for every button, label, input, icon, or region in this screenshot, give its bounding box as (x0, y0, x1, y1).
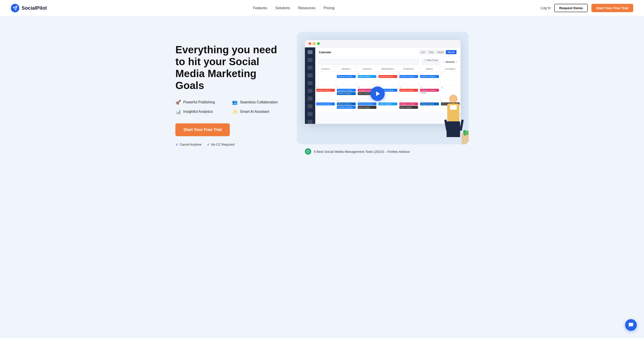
day-header-tue: Tuesday (357, 67, 377, 71)
calendar-search[interactable] (319, 59, 419, 65)
view-day[interactable]: Day (427, 50, 435, 54)
sidebar-icon-home (308, 50, 312, 54)
login-button[interactable]: Log In (540, 6, 550, 10)
browser-bar (305, 40, 460, 47)
feature-publishing: 🚀 Powerful Publishing (176, 100, 227, 105)
app-layout: Calendar List Day Week Month ▽ Filter Po… (305, 47, 460, 124)
dashboard-wrapper: Calendar List Day Week Month ▽ Filter Po… (297, 32, 468, 144)
trust-cancel-label: Cancel Anytime (180, 143, 202, 146)
cal-cell-20: 20linkedin.com/post... (419, 99, 440, 112)
collaboration-label: Seamless Collaboration (240, 100, 278, 104)
sidebar-icon-move (308, 81, 312, 85)
ai-label: Smart AI Assistant (240, 110, 269, 114)
analytics-label: Insightful Analytics (183, 110, 213, 114)
day-header-thu: Thursday (398, 67, 419, 71)
sidebar-icon-bar (308, 120, 312, 124)
sidebar-icon-chat (308, 66, 312, 70)
cal-cell-3: 3twitter.com/post... (357, 71, 377, 85)
navbar: SocialPilot Features Solutions Resources… (0, 0, 644, 16)
trust-nocc-label: No CC Required (211, 143, 234, 146)
ai-icon: ✨ (232, 109, 238, 114)
forbes-badge-icon (305, 148, 311, 155)
hero-features: 🚀 Powerful Publishing 👥 Seamless Collabo… (176, 100, 283, 114)
collaboration-icon: 👥 (232, 100, 238, 105)
check-icon-2: ✓ (207, 142, 210, 147)
nav-features[interactable]: Features (253, 6, 267, 10)
cal-cell-7: 7 (440, 71, 460, 85)
feature-analytics: 📊 Insightful Analytics (176, 109, 227, 114)
view-month[interactable]: Month (446, 50, 456, 54)
cal-cell-2: 2facebook.com/post... (336, 71, 356, 85)
forbes-text: 5 Best Social Media Management Tools (20… (314, 150, 410, 153)
brand-name: SocialPilot (22, 5, 47, 11)
view-list[interactable]: List (419, 50, 427, 54)
play-button[interactable] (370, 86, 385, 101)
nav-links: Features Solutions Resources Pricing (253, 6, 334, 10)
sidebar-icon-star (308, 73, 312, 77)
forbes-banner: 5 Best Social Media Management Tools (20… (297, 144, 468, 159)
cal-cell-5: 5facebook.com/post... (398, 71, 419, 85)
feature-collaboration: 👥 Seamless Collaboration (232, 100, 283, 105)
day-header-sat: Saturday (440, 67, 460, 71)
nav-next[interactable]: › (456, 60, 457, 63)
brand-logo[interactable]: SocialPilot (11, 4, 47, 12)
cal-cell-13: 13instagram.com/post...+2 more (419, 85, 440, 99)
sidebar-icon-grid (308, 58, 312, 62)
browser-dot-red (308, 42, 311, 45)
sidebar-icon-bell (308, 89, 312, 93)
calendar-title: Calendar (319, 50, 332, 54)
browser-dot-yellow (313, 42, 316, 45)
calendar-grid: Sunday Monday Tuesday Wednesday Thursday… (315, 67, 460, 112)
calendar-toolbar: ▽ Filter Posts ‹ January › (315, 57, 460, 67)
publishing-icon: 🚀 (176, 100, 181, 105)
month-label: January (445, 60, 455, 63)
calendar-main: Calendar List Day Week Month ▽ Filter Po… (315, 47, 460, 124)
calendar-header: Calendar List Day Week Month (315, 47, 460, 57)
cal-cell-18: 18twitter.com/post... (378, 99, 398, 112)
hero-left: Everything you need to hit your Social M… (176, 44, 283, 147)
cal-cell-4: 4youtube.com/post... (378, 71, 398, 85)
hero-section: Everything you need to hit your Social M… (164, 16, 480, 168)
calendar-filter[interactable]: ▽ Filter Posts (422, 59, 440, 65)
nav-resources[interactable]: Resources (298, 6, 315, 10)
hero-trial-button[interactable]: Start Your Free Trial (176, 123, 230, 136)
chat-bubble[interactable] (625, 319, 637, 331)
cal-cell-6: 6facebook.com/post... (419, 71, 440, 85)
cal-cell-17: 17facebook.com/post...tiktok.com/post... (357, 99, 377, 112)
cal-cell-8: 8youtube.com/post... (315, 85, 336, 99)
nav-solutions[interactable]: Solutions (275, 6, 290, 10)
view-tabs: List Day Week Month (419, 50, 457, 55)
view-week[interactable]: Week (436, 50, 446, 54)
nav-prev[interactable]: ‹ (443, 60, 444, 63)
hero-title: Everything you need to hit your Social M… (176, 44, 283, 91)
cal-cell-19: 19instagram.com/post...tiktok.com/post..… (398, 99, 419, 112)
cal-cell-9: 9facebook.com/post...linkedin.com/post..… (336, 85, 356, 99)
nav-trial-button[interactable]: Start Your Free Trial (592, 4, 633, 12)
feature-ai: ✨ Smart AI Assistant (232, 109, 283, 114)
check-icon-1: ✓ (176, 142, 178, 147)
trust-badges: ✓ Cancel Anytime ✓ No CC Required (176, 142, 283, 147)
publishing-label: Powerful Publishing (183, 100, 215, 104)
logo-icon (11, 4, 19, 12)
sidebar-icon-users (308, 112, 312, 116)
day-header-sun: Sunday (315, 67, 336, 71)
trust-nocc: ✓ No CC Required (207, 142, 234, 147)
request-demo-button[interactable]: Request Demo (554, 4, 588, 12)
trust-cancel: ✓ Cancel Anytime (176, 142, 202, 147)
cal-cell-12: 12youtube.com/post... (398, 85, 419, 99)
day-header-fri: Friday (419, 67, 440, 71)
app-sidebar (305, 47, 315, 124)
nav-pricing[interactable]: Pricing (324, 6, 334, 10)
character-illustration (440, 95, 467, 144)
browser-window: Calendar List Day Week Month ▽ Filter Po… (305, 40, 460, 124)
cal-cell-16: 16linkedin.com/post...facebook.com/post.… (336, 99, 356, 112)
day-header-wed: Wednesday (378, 67, 398, 71)
cal-cell-15: 15facebook.com/post... (315, 99, 336, 112)
sidebar-icon-mail (308, 104, 312, 108)
cal-cell-1: 1 (315, 71, 336, 85)
nav-actions: Log In Request Demo Start Your Free Tria… (540, 4, 633, 12)
analytics-icon: 📊 (176, 109, 181, 114)
day-header-mon: Monday (336, 67, 356, 71)
hero-right: Calendar List Day Week Month ▽ Filter Po… (297, 32, 468, 159)
browser-dot-green (317, 42, 320, 45)
